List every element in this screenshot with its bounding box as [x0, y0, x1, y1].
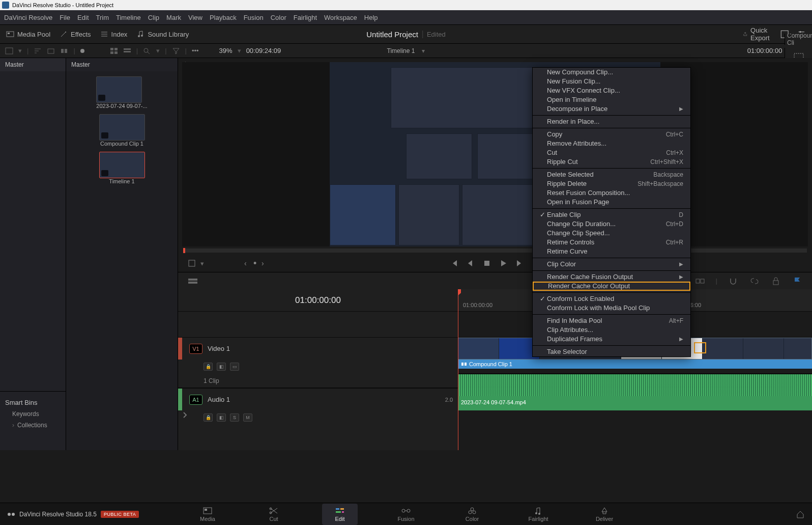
v1-badge[interactable]: V1 — [189, 344, 202, 354]
ctx-item[interactable]: Ripple DeleteShift+Backspace — [533, 179, 690, 188]
keywords-bin[interactable]: Keywords — [5, 408, 61, 420]
ctx-item[interactable]: Render Cache Fusion Output▶ — [533, 272, 690, 282]
page-tab-media[interactable]: Media — [190, 507, 225, 522]
sort-icon[interactable] — [34, 47, 42, 54]
audio-clip[interactable] — [458, 374, 812, 396]
ctx-item[interactable]: ✓Conform Lock Enabled — [533, 294, 690, 303]
ctx-item[interactable]: Reset Fusion Composition... — [533, 188, 690, 198]
ctx-item[interactable]: Retime ControlsCtrl+R — [533, 238, 690, 247]
auto-select-icon[interactable]: ◧ — [217, 363, 226, 371]
solo-button[interactable]: S — [230, 413, 239, 422]
media-compound-item[interactable]: Compound Clip 1 — [99, 114, 145, 147]
timeline-view-icon[interactable] — [187, 275, 198, 287]
chevron-down-icon[interactable]: ▾ — [200, 260, 204, 267]
timeline-name[interactable]: Timeline 1 — [387, 47, 415, 54]
ctx-item[interactable]: Open in Fusion Page — [533, 198, 690, 207]
compound-clip-label[interactable]: Compound Clip 1 — [458, 360, 812, 369]
viewer-zoom[interactable]: 39% — [219, 47, 233, 54]
record-icon[interactable] — [80, 49, 84, 53]
ctx-item[interactable]: Change Clip Duration...Ctrl+D — [533, 219, 690, 229]
auto-select-icon[interactable]: ◧ — [217, 413, 226, 422]
media-pool-header[interactable]: Master — [66, 58, 178, 71]
first-frame-icon[interactable] — [450, 259, 459, 268]
ctx-item[interactable]: Change Clip Speed... — [533, 229, 690, 238]
ctx-item[interactable]: CutCtrl+X — [533, 148, 690, 157]
prev-edit-icon[interactable]: ‹ — [244, 259, 247, 267]
media-pool-toggle[interactable]: Media Pool — [6, 30, 50, 38]
link-icon[interactable] — [749, 275, 760, 287]
ctx-item[interactable]: Duplicated Frames▶ — [533, 335, 690, 344]
lock-icon[interactable] — [770, 275, 781, 287]
list-view-icon[interactable] — [5, 47, 13, 54]
menu-fairlight[interactable]: Fairlight — [294, 14, 317, 21]
media-timeline-item[interactable]: Timeline 1 — [99, 152, 145, 184]
menu-file[interactable]: File — [60, 14, 70, 21]
page-tab-edit[interactable]: Edit — [322, 504, 358, 525]
more-icon[interactable]: ••• — [192, 47, 199, 54]
crop-icon[interactable] — [187, 259, 196, 268]
ctx-item[interactable]: Open in Timeline — [533, 95, 690, 104]
ctx-item[interactable]: Conform Lock with Media Pool Clip — [533, 303, 690, 313]
menu-timeline[interactable]: Timeline — [116, 14, 141, 21]
home-icon[interactable] — [796, 510, 805, 519]
page-tab-cut[interactable]: Cut — [256, 507, 292, 522]
menu-color[interactable]: Color — [271, 14, 286, 21]
filter-icon[interactable] — [172, 47, 180, 54]
ctx-item[interactable]: New Compound Clip... — [533, 68, 690, 77]
audio-clip-label[interactable]: 2023-07-24 09-07-54.mp4 — [458, 396, 812, 410]
bin-icon[interactable] — [47, 47, 55, 54]
master-bin[interactable]: Master — [0, 58, 66, 71]
stop-icon[interactable] — [482, 259, 491, 268]
snap-icon[interactable] — [728, 275, 739, 287]
forward-icon[interactable] — [181, 411, 188, 419]
page-tab-fusion[interactable]: Fusion — [388, 507, 424, 522]
menu-edit[interactable]: Edit — [77, 14, 89, 21]
mute-button[interactable]: M — [243, 413, 252, 422]
menu-workspace[interactable]: Workspace — [324, 14, 357, 21]
video-track-header[interactable]: V1 Video 1 — [178, 337, 458, 360]
next-edit-icon[interactable]: › — [262, 259, 264, 267]
ctx-item[interactable]: Render in Place... — [533, 117, 690, 126]
ctx-item[interactable]: ✓Enable ClipD — [533, 210, 690, 219]
ctx-item[interactable]: New Fusion Clip... — [533, 77, 690, 86]
ctx-item[interactable]: Ripple CutCtrl+Shift+X — [533, 157, 690, 167]
sound-library-toggle[interactable]: Sound Library — [136, 30, 189, 38]
replace-icon[interactable] — [694, 275, 706, 287]
menu-fusion[interactable]: Fusion — [244, 14, 264, 21]
menu-playback[interactable]: Playback — [210, 14, 237, 21]
last-frame-icon[interactable] — [515, 259, 524, 268]
collections-bin[interactable]: ›Collections — [5, 420, 61, 431]
ctx-item[interactable]: New VFX Connect Clip... — [533, 86, 690, 95]
playhead[interactable] — [458, 289, 458, 450]
effects-toggle[interactable]: Effects — [60, 30, 91, 38]
lock-track-icon[interactable]: 🔒 — [204, 413, 213, 422]
play-icon[interactable] — [499, 259, 508, 268]
menu-trim[interactable]: Trim — [96, 14, 109, 21]
search-icon[interactable] — [143, 47, 151, 54]
ctx-item[interactable]: CopyCtrl+C — [533, 130, 690, 139]
page-tab-deliver[interactable]: Deliver — [587, 507, 622, 522]
prev-frame-icon[interactable] — [466, 259, 475, 268]
menu-davinci[interactable]: DaVinci Resolve — [4, 14, 52, 21]
menu-clip[interactable]: Clip — [148, 14, 159, 21]
clip-icon[interactable] — [60, 47, 68, 54]
menu-view[interactable]: View — [188, 14, 202, 21]
viewer-scrubber[interactable] — [183, 248, 807, 253]
page-tab-fairlight[interactable]: Fairlight — [520, 507, 556, 522]
strip-view-icon[interactable] — [123, 47, 131, 54]
smart-bins-header[interactable]: Smart Bins — [5, 397, 61, 408]
page-tab-color[interactable]: Color — [454, 507, 490, 522]
ctx-item[interactable]: Clip Attributes... — [533, 325, 690, 335]
ctx-item[interactable]: Retime Curve — [533, 247, 690, 256]
ctx-item[interactable]: Find In Media PoolAlt+F — [533, 316, 690, 325]
ctx-item[interactable]: Delete SelectedBackspace — [533, 170, 690, 179]
track-view-icon[interactable]: ▭ — [230, 363, 239, 371]
flag-icon[interactable] — [792, 275, 803, 287]
menu-help[interactable]: Help — [364, 14, 378, 21]
index-toggle[interactable]: Index — [100, 30, 128, 38]
viewer-canvas[interactable] — [182, 62, 808, 246]
lock-track-icon[interactable]: 🔒 — [204, 363, 213, 371]
chevron-down-icon[interactable]: ▾ — [422, 47, 425, 54]
audio-track-header[interactable]: A1 Audio 1 2.0 — [178, 388, 458, 410]
menu-mark[interactable]: Mark — [166, 14, 181, 21]
